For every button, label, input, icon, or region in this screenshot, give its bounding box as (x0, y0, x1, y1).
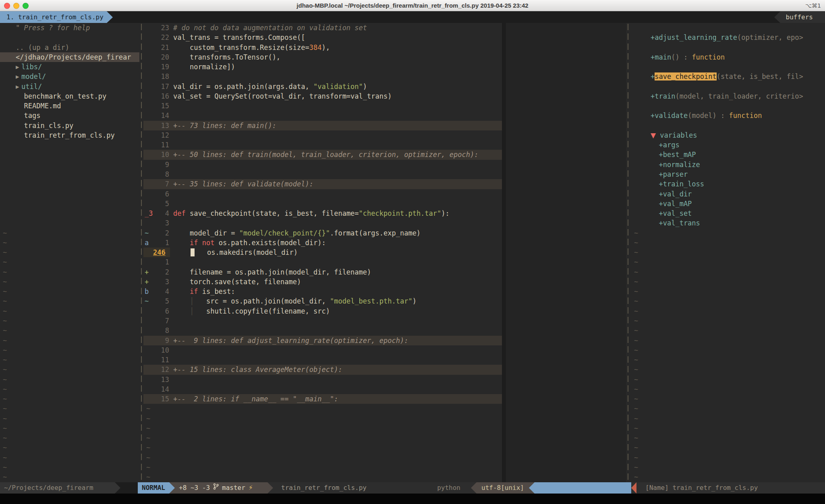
tree-row[interactable]: train_cls.py (0, 121, 139, 130)
tree-row[interactable]: benchmark_on_test.py (0, 91, 139, 101)
editor-row[interactable]: 9 (143, 160, 626, 169)
editor-row[interactable]: 13+-- 73 lines: def main(): (143, 121, 626, 130)
sign-column (143, 160, 152, 169)
editor-row[interactable]: 246 os.makedirs(model_dir) (143, 248, 626, 257)
tree-row[interactable] (0, 189, 139, 199)
buffer-tab-train-retr-from-cls[interactable]: 1. train_retr_from_cls.py (0, 11, 107, 23)
tree-row[interactable] (0, 33, 139, 42)
editor-row[interactable]: +2 filename = os.path.join(model_dir, fi… (143, 267, 626, 277)
empty-line-tilde: ~ (3, 336, 7, 345)
cursor-block (191, 248, 195, 256)
tree-row[interactable]: .. (up a dir) (0, 43, 139, 52)
editor-row[interactable]: _34def save_checkpoint(state, is_best, f… (143, 209, 626, 218)
tag-row[interactable] (631, 82, 825, 91)
tag-row[interactable]: +normalize (631, 160, 825, 169)
tag-row[interactable]: +best_mAP (631, 150, 825, 159)
tree-row[interactable]: train_retr_from_cls.py (0, 130, 139, 140)
editor-row[interactable]: 3 (143, 218, 626, 228)
tree-row[interactable]: ▸ model/ (0, 72, 139, 81)
editor-row[interactable]: 12 (143, 130, 626, 140)
tree-row[interactable]: tags (0, 111, 139, 120)
tree-row[interactable]: ▸ libs/ (0, 62, 139, 72)
editor-row[interactable]: 8 (143, 326, 626, 335)
tree-row[interactable]: README.md (0, 101, 139, 111)
editor-row[interactable]: 1 (143, 257, 626, 267)
tree-row[interactable] (0, 140, 139, 150)
editor-row[interactable]: 19 normalize]) (143, 62, 626, 72)
tag-row[interactable] (631, 62, 825, 72)
tree-row[interactable] (0, 218, 139, 228)
tree-row: ~ (0, 316, 139, 326)
tag-row[interactable] (631, 101, 825, 111)
editor-row[interactable]: 10+-- 50 lines: def train(model, train_l… (143, 150, 626, 159)
editor-row[interactable]: 7 (143, 316, 626, 326)
editor-row[interactable]: 6 (143, 189, 626, 199)
editor-panel[interactable]: 23# do not do data augmentation on valid… (143, 23, 626, 482)
editor-row[interactable]: 14 (143, 111, 626, 120)
tag-row[interactable]: ▼ variables (631, 130, 825, 140)
editor-row[interactable]: 7+-- 35 lines: def validate(model): (143, 179, 626, 189)
tag-row[interactable]: +train(model, train_loader, criterio> (631, 91, 825, 101)
editor-row[interactable]: 14 (143, 384, 626, 394)
editor-row[interactable]: 21 custom_transform.Resize(size=384), (143, 43, 626, 52)
tree-row[interactable] (0, 199, 139, 209)
editor-row[interactable]: 13 (143, 375, 626, 384)
tree-row[interactable]: </jdhao/Projects/deep_firear (0, 52, 139, 62)
tree-row[interactable]: " Press ? for help (0, 23, 139, 33)
tag-row[interactable]: +train_loss (631, 179, 825, 189)
editor-row[interactable]: 6 │ shutil.copyfile(filename, src) (143, 306, 626, 316)
tree-row[interactable] (0, 169, 139, 179)
editor-row[interactable]: +3 torch.save(state, filename) (143, 277, 626, 287)
editor-row[interactable]: b4 if is_best: (143, 287, 626, 296)
tree-row[interactable] (0, 209, 139, 218)
tree-row[interactable] (0, 160, 139, 169)
tag-row[interactable] (631, 121, 825, 130)
editor-row[interactable]: 5 (143, 199, 626, 209)
tag-row[interactable]: +save_checkpoint(state, is_best, fil> (631, 72, 825, 81)
window-separator-left[interactable] (139, 23, 143, 482)
tree-row: ~ (0, 453, 139, 463)
editor-row[interactable]: a1 if not os.path.exists(model_dir): (143, 238, 626, 248)
tree-row: ~ (0, 423, 139, 433)
tag-row[interactable]: +val_dir (631, 189, 825, 199)
sign-column (143, 111, 152, 120)
empty-line-tilde: ~ (3, 277, 7, 287)
tag-row[interactable]: +validate(model) : function (631, 111, 825, 120)
editor-row[interactable]: 22val_trans = transforms.Compose([ (143, 33, 626, 42)
tag-row[interactable]: +main() : function (631, 52, 825, 62)
tree-row[interactable] (0, 179, 139, 189)
empty-line-tilde: ~ (3, 404, 7, 413)
empty-line-tilde: ~ (3, 287, 7, 296)
tag-row[interactable]: +parser (631, 169, 825, 179)
editor-row[interactable]: 17val_dir = os.path.join(args.data, "val… (143, 82, 626, 91)
editor-row[interactable]: 9+-- 9 lines: def adjust_learning_rate(o… (143, 336, 626, 345)
editor-row[interactable]: 11 (143, 355, 626, 365)
editor-row[interactable]: 18 (143, 72, 626, 81)
tree-row[interactable] (0, 150, 139, 159)
editor-row[interactable]: 15 (143, 101, 626, 111)
tag-row[interactable]: +args (631, 140, 825, 150)
tag-text: +val_mAP (651, 200, 692, 208)
editor-row[interactable]: ~5 │ src = os.path.join(model_dir, "mode… (143, 296, 626, 306)
empty-line-tilde: ~ (634, 355, 638, 365)
tag-row[interactable]: +val_mAP (631, 199, 825, 209)
editor-row[interactable]: 11 (143, 140, 626, 150)
tag-row[interactable]: +adjust_learning_rate(optimizer, epo> (631, 33, 825, 42)
tree-row[interactable]: ▸ util/ (0, 82, 139, 91)
editor-row[interactable]: ~2 model_dir = "model/check_point/{}".fo… (143, 228, 626, 238)
editor-row[interactable]: 20 transforms.ToTensor(), (143, 52, 626, 62)
editor-row[interactable]: 12+-- 15 lines: class AverageMeter(objec… (143, 365, 626, 374)
editor-row[interactable]: 8 (143, 169, 626, 179)
editor-row[interactable]: 10 (143, 345, 626, 355)
editor-row[interactable]: 16val_set = QuerySet(root=val_dir, trans… (143, 91, 626, 101)
tag-row[interactable] (631, 43, 825, 52)
editor-row[interactable]: 15+-- 2 lines: if __name__ == "__main__"… (143, 394, 626, 404)
empty-line-tilde: ~ (146, 414, 150, 423)
tag-row[interactable] (631, 23, 825, 33)
editor-row[interactable]: 23# do not do data augmentation on valid… (143, 23, 626, 33)
command-line[interactable] (0, 494, 825, 504)
window-separator-right[interactable] (626, 23, 631, 482)
tag-row[interactable]: +val_trans (631, 218, 825, 228)
tag-row[interactable]: +val_set (631, 209, 825, 218)
empty-line-tilde: ~ (634, 365, 638, 374)
